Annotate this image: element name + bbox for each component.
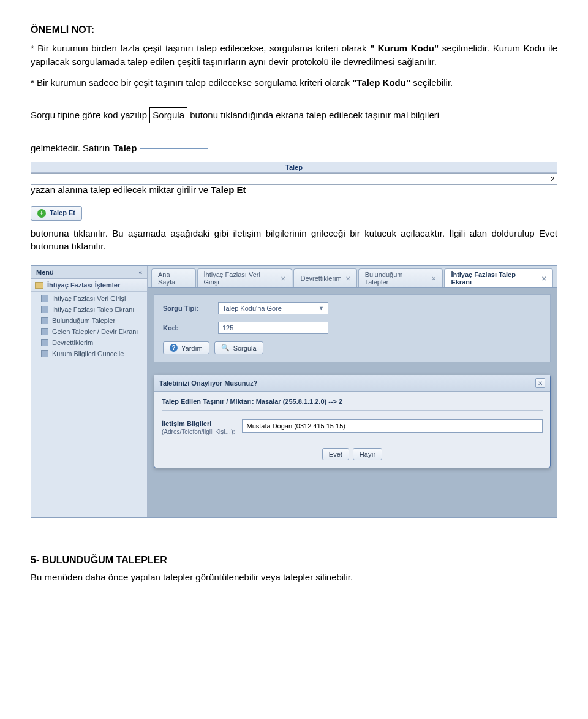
app-screenshot: Menü « İhtiyaç Fazlası İşlemler İhtiyaç … xyxy=(31,265,557,518)
close-icon[interactable]: ✕ xyxy=(431,275,436,282)
close-icon[interactable]: ✕ xyxy=(281,275,285,282)
sorgula-button[interactable]: 🔍 Sorgula xyxy=(214,341,263,354)
sidebar-group[interactable]: İhtiyaç Fazlası İşlemler xyxy=(31,279,147,292)
sidebar-item-gelen-talepler[interactable]: Gelen Talepler / Devir Ekranı xyxy=(31,326,147,337)
tab-label: Ana Sayfa xyxy=(158,271,189,286)
close-icon[interactable]: ✕ xyxy=(345,275,350,282)
sorgu-tipi-label: Sorgu Tipi: xyxy=(163,305,212,312)
iletisim-label-sub: (Adres/Telefon/İlgili Kişi…): xyxy=(162,428,235,436)
text: butonu tıklandığında ekrana talep edilec… xyxy=(190,110,439,120)
plus-icon: + xyxy=(37,209,46,218)
doc-icon xyxy=(41,306,48,313)
iletisim-label-main: İletişim Bilgileri xyxy=(162,419,235,428)
section-5-paragraph: Bu menüden daha önce yapılan talepler gö… xyxy=(31,571,557,584)
sidebar-items: İhtiyaç Fazlası Veri Girişi İhtiyaç Fazl… xyxy=(31,292,147,362)
paragraph-2: * Bir kurumun sadece bir çeşit taşınırı … xyxy=(31,76,557,89)
text: Sorgu tipine göre kod yazılıp xyxy=(31,110,149,120)
dialog-summary-value: Masalar (255.8.1.1.2.0) --> 2 xyxy=(256,398,343,405)
talep-widget-header: Talep xyxy=(31,162,557,173)
tab-bar: Ana Sayfa İhtiyaç Fazlası Veri Girişi✕ D… xyxy=(148,266,557,288)
help-icon: ? xyxy=(170,344,178,352)
sidebar: Menü « İhtiyaç Fazlası İşlemler İhtiyaç … xyxy=(31,266,148,517)
sidebar-item-label: Bulunduğum Talepler xyxy=(52,317,115,324)
paragraph-1: * Bir kurumun birden fazla çeşit taşınır… xyxy=(31,42,557,69)
evet-button[interactable]: Evet xyxy=(322,448,349,460)
sidebar-item-bulundugum[interactable]: Bulunduğum Talepler xyxy=(31,315,147,326)
hayir-button[interactable]: Hayır xyxy=(353,448,382,460)
sidebar-header: Menü « xyxy=(31,266,147,279)
sidebar-item-veri-girisi[interactable]: İhtiyaç Fazlası Veri Girişi xyxy=(31,293,147,304)
iletisim-label: İletişim Bilgileri (Adres/Telefon/İlgili… xyxy=(162,419,235,436)
sidebar-item-label: Devrettiklerim xyxy=(52,339,93,346)
dialog-summary: Talep Edilen Taşınır / Miktarı: Masalar … xyxy=(162,398,543,411)
text-bold-talep-et: Talep Et xyxy=(211,185,246,195)
tab-veri-girisi[interactable]: İhtiyaç Fazlası Veri Girişi✕ xyxy=(197,268,293,287)
folder-icon xyxy=(35,282,43,289)
yardim-button[interactable]: ? Yardım xyxy=(163,341,209,354)
text: * Bir kurumun sadece bir çeşit taşınırı … xyxy=(31,77,352,88)
iletisim-input[interactable] xyxy=(242,419,543,433)
paragraph-4: gelmektedir. Satırın Talep xyxy=(31,142,557,155)
tab-label: İhtiyaç Fazlası Talep Ekranı xyxy=(451,271,538,286)
sidebar-item-label: Kurum Bilgileri Güncelle xyxy=(52,350,124,357)
doc-icon xyxy=(41,328,48,335)
text: seçilebilir. xyxy=(413,77,453,88)
yardim-label: Yardım xyxy=(181,344,203,352)
doc-icon xyxy=(41,339,48,346)
text: gelmektedir. Satırın xyxy=(31,142,110,155)
sidebar-item-kurum-bilgileri[interactable]: Kurum Bilgileri Güncelle xyxy=(31,348,147,359)
section-5-heading: 5- BULUNDUĞUM TALEPLER xyxy=(31,555,557,566)
menu-label: Menü xyxy=(36,268,54,276)
search-icon: 🔍 xyxy=(221,344,230,352)
text: butonuna tıklanılır. Bu aşamada aşağıdak… xyxy=(31,227,557,254)
doc-icon xyxy=(41,350,48,357)
talep-widget-input[interactable] xyxy=(31,173,557,185)
dialog-summary-label: Talep Edilen Taşınır / Miktarı: xyxy=(162,398,256,405)
close-icon[interactable]: ✕ xyxy=(541,275,546,282)
tab-label: İhtiyaç Fazlası Veri Girişi xyxy=(204,271,277,286)
collapse-icon[interactable]: « xyxy=(138,269,142,276)
sidebar-item-label: İhtiyaç Fazlası Veri Girişi xyxy=(52,295,126,302)
sorgula-label: Sorgula xyxy=(233,344,257,352)
doc-icon xyxy=(41,317,48,324)
sorgula-inline-button: Sorgula xyxy=(149,107,187,123)
kod-input[interactable] xyxy=(218,322,328,334)
sorgu-tipi-select[interactable]: Talep Kodu'na Göre ▼ xyxy=(218,302,328,314)
dialog-title: Talebinizi Onaylıyor Musunuz? xyxy=(159,379,258,387)
kod-label: Kod: xyxy=(163,324,212,332)
confirm-dialog: Talebinizi Onaylıyor Musunuz? ✕ Talep Ed… xyxy=(154,375,551,468)
evet-label: Evet xyxy=(329,451,342,458)
sidebar-item-label: Gelen Talepler / Devir Ekranı xyxy=(52,328,138,335)
dialog-close-button[interactable]: ✕ xyxy=(535,378,545,388)
important-note-heading: ÖNEMLİ NOT: xyxy=(31,25,557,36)
text-bold-talep: Talep xyxy=(113,142,137,155)
sidebar-group-label: İhtiyaç Fazlası İşlemler xyxy=(47,281,120,289)
paragraph-3: Sorgu tipine göre kod yazılıp Sorgula bu… xyxy=(31,107,557,123)
paragraph-5: + Talep Et butonuna tıklanılır. Bu aşama… xyxy=(31,206,557,253)
hayir-label: Hayır xyxy=(360,451,375,458)
sidebar-item-label: İhtiyaç Fazlası Talep Ekranı xyxy=(52,306,134,313)
sorgu-tipi-value: Talep Kodu'na Göre xyxy=(222,305,282,312)
text: yazan alanına talep edilecek miktar giri… xyxy=(31,185,211,195)
talep-et-label: Talep Et xyxy=(50,208,75,218)
text: * Bir kurumun birden fazla çeşit taşınır… xyxy=(31,43,370,53)
tab-devrettiklerim[interactable]: Devrettiklerim✕ xyxy=(293,268,356,287)
tab-talep-ekrani[interactable]: İhtiyaç Fazlası Talep Ekranı✕ xyxy=(444,268,553,287)
tab-label: Bulunduğum Talepler xyxy=(365,271,428,286)
sidebar-item-devrettiklerim[interactable]: Devrettiklerim xyxy=(31,337,147,348)
tab-bulundugum[interactable]: Bulunduğum Talepler✕ xyxy=(358,268,443,287)
kurum-kodu-quote: " Kurum Kodu" xyxy=(370,43,439,53)
talep-column-widget xyxy=(140,148,208,149)
chevron-down-icon: ▼ xyxy=(318,305,324,311)
talep-et-button[interactable]: + Talep Et xyxy=(31,206,82,221)
tab-label: Devrettiklerim xyxy=(300,275,341,282)
tab-ana-sayfa[interactable]: Ana Sayfa xyxy=(151,268,196,287)
talep-kodu-quote: "Talep Kodu" xyxy=(352,77,410,88)
sidebar-item-talep-ekrani[interactable]: İhtiyaç Fazlası Talep Ekranı xyxy=(31,304,147,315)
doc-icon xyxy=(41,295,48,302)
search-panel: Sorgu Tipi: Talep Kodu'na Göre ▼ Kod: ? … xyxy=(154,294,551,362)
main-area: Ana Sayfa İhtiyaç Fazlası Veri Girişi✕ D… xyxy=(148,266,557,517)
